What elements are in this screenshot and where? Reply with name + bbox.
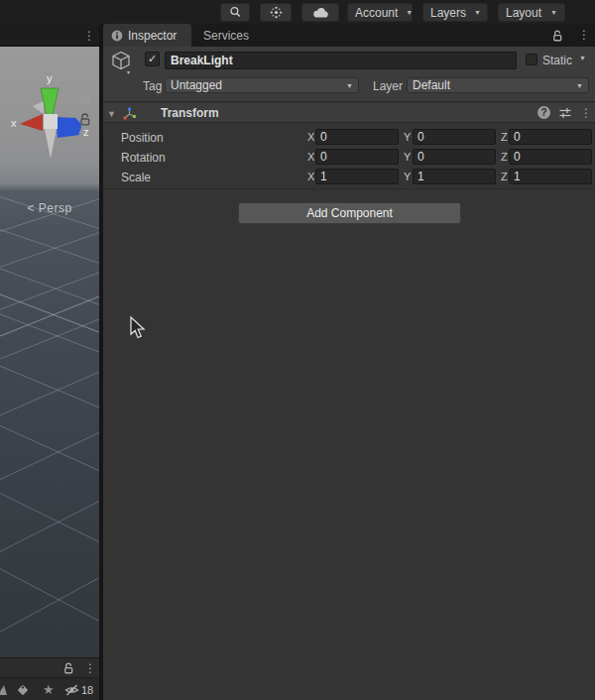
scale-x-input[interactable]: [315, 169, 399, 184]
axis-z-label: Z: [501, 131, 508, 143]
tag-label: Tag: [143, 79, 162, 93]
gameobject-name-input[interactable]: [165, 52, 517, 69]
tag-dropdown[interactable]: Untagged ▼: [165, 77, 359, 93]
scene-lock-icon[interactable]: [78, 112, 92, 131]
bottom-panel-header: ⋮: [0, 657, 99, 677]
position-z-input[interactable]: [509, 129, 592, 145]
static-checkbox[interactable]: [526, 54, 537, 65]
checkmark-icon: ✓: [148, 53, 157, 65]
tab-services-label: Services: [203, 29, 249, 43]
cloud-button[interactable]: [301, 3, 339, 22]
scale-z-input[interactable]: [509, 169, 592, 184]
scene-menu-button[interactable]: ⋮: [83, 29, 95, 43]
axis-z-label: Z: [501, 151, 508, 163]
inspector-lock-icon[interactable]: [551, 29, 564, 47]
axis-y-label: Y: [404, 171, 411, 182]
transform-rows: Position X Y Z Rotation X Y Z Scale: [103, 124, 595, 189]
gameobject-header: ▾ ✓ Static ▼ Tag Untagged ▼ Layer Defaul…: [103, 47, 595, 102]
scene-tab-bar: ⋮: [0, 24, 99, 47]
chevron-down-icon: ▼: [576, 82, 583, 89]
scene-visibility-button[interactable]: 18: [63, 678, 93, 700]
activity-button[interactable]: [260, 3, 292, 22]
transform-icon: [122, 106, 137, 121]
axis-x-label: X: [307, 171, 314, 182]
rotation-row: Rotation X Y Z: [103, 148, 595, 168]
layers-label: Layers: [430, 6, 466, 20]
position-label: Position: [121, 131, 164, 145]
eye-off-icon: [63, 682, 80, 698]
axis-x-label: X: [307, 151, 314, 163]
clipped-icon: [0, 678, 9, 700]
position-x-input[interactable]: [315, 129, 399, 145]
static-dropdown-arrow[interactable]: ▼: [579, 55, 586, 61]
layer-value: Default: [413, 78, 450, 92]
tag-filter-button[interactable]: [15, 678, 31, 700]
bottom-panel-toolbar: ★ 18: [0, 677, 99, 700]
hidden-count: 18: [81, 684, 93, 696]
activity-dots-icon: [269, 5, 284, 20]
chevron-down-icon: ▼: [474, 9, 481, 16]
search-icon: [228, 5, 243, 20]
scene-viewport[interactable]: x y z < Persp: [0, 47, 99, 657]
perspective-toggle[interactable]: < Persp: [0, 201, 99, 215]
orientation-gizmo: x y z: [11, 72, 89, 159]
transform-menu-button[interactable]: ⋮: [580, 106, 592, 120]
inspector-menu-button[interactable]: ⋮: [578, 28, 590, 42]
layers-dropdown[interactable]: Layers ▼: [422, 3, 488, 22]
axis-x-label: X: [307, 131, 314, 143]
active-checkbox[interactable]: ✓: [145, 52, 160, 66]
transform-header[interactable]: ▼ Transform ? ⋮: [103, 103, 595, 123]
popout-icon: [79, 92, 94, 107]
tag-value: Untagged: [171, 78, 222, 92]
favorites-button[interactable]: ★: [43, 678, 55, 700]
info-icon: [111, 30, 123, 42]
presets-icon[interactable]: [558, 106, 572, 120]
position-row: Position X Y Z: [103, 128, 595, 148]
cloud-icon: [312, 6, 329, 19]
svg-text:x: x: [11, 117, 17, 129]
persp-label: Persp: [39, 201, 72, 215]
axis-y-label: Y: [404, 131, 411, 143]
chevron-down-icon: ▼: [550, 9, 557, 16]
search-button[interactable]: [220, 3, 250, 22]
scene-grid-and-gizmo: x y z: [0, 47, 99, 657]
tab-inspector[interactable]: Inspector: [103, 24, 191, 47]
axis-z-label: Z: [501, 171, 508, 182]
mouse-cursor: [127, 315, 149, 341]
panel-menu-button[interactable]: ⋮: [84, 661, 96, 675]
popout-button[interactable]: [79, 92, 94, 111]
scale-y-input[interactable]: [413, 169, 496, 184]
unity-editor-window: Account ▼ Layers ▼ Layout ▼ ⋮: [0, 0, 595, 700]
tab-inspector-label: Inspector: [128, 29, 177, 43]
layout-label: Layout: [506, 6, 541, 20]
account-dropdown[interactable]: Account ▼: [347, 3, 413, 22]
add-component-button[interactable]: Add Component: [238, 202, 461, 224]
transform-title: Transform: [161, 106, 219, 120]
layer-label: Layer: [373, 79, 403, 93]
tag-icon: [15, 682, 31, 698]
axis-y-label: Y: [404, 151, 411, 163]
chevron-down-icon: ▼: [346, 82, 353, 89]
foldout-arrow-icon[interactable]: ▼: [107, 109, 116, 119]
star-icon: ★: [43, 682, 55, 697]
inspector-tab-bar: Inspector Services ⋮: [103, 24, 595, 47]
rotation-z-input[interactable]: [509, 149, 592, 165]
account-label: Account: [355, 6, 398, 20]
layout-dropdown[interactable]: Layout ▼: [498, 3, 565, 22]
rotation-x-input[interactable]: [315, 149, 399, 165]
rotation-label: Rotation: [121, 151, 166, 165]
help-icon[interactable]: ?: [537, 106, 550, 119]
scale-row: Scale X Y Z: [103, 168, 595, 187]
persp-axis-glyph: <: [27, 201, 35, 215]
svg-text:y: y: [47, 72, 53, 84]
gameobject-icon-dropdown-arrow[interactable]: ▾: [127, 68, 130, 75]
static-label: Static: [542, 54, 572, 67]
layer-dropdown[interactable]: Default ▼: [407, 77, 589, 93]
inspector-body: ▾ ✓ Static ▼ Tag Untagged ▼ Layer Defaul…: [103, 47, 595, 700]
position-y-input[interactable]: [413, 129, 496, 145]
chevron-down-icon: ▼: [406, 9, 413, 16]
rotation-y-input[interactable]: [413, 149, 496, 165]
scale-label: Scale: [121, 171, 151, 184]
main-toolbar: Account ▼ Layers ▼ Layout ▼: [0, 0, 595, 24]
tab-services[interactable]: Services: [203, 24, 249, 47]
